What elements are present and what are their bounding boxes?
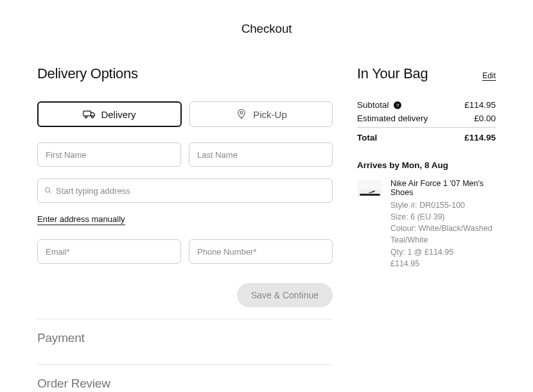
product-style: Style #: DR0155-100 — [390, 200, 496, 211]
first-name-field[interactable] — [37, 142, 181, 167]
pin-icon — [235, 108, 248, 120]
product-colour: Colour: White/Black/Washed Teal/White — [390, 223, 496, 246]
svg-point-3 — [240, 112, 243, 114]
email-field[interactable] — [37, 239, 181, 264]
info-icon[interactable]: ? — [394, 101, 401, 109]
bag-item: Nike Air Force 1 '07 Men's Shoes Style #… — [357, 179, 496, 269]
pickup-tab[interactable]: Pick-Up — [189, 101, 333, 127]
total-value: £114.95 — [464, 133, 496, 142]
pickup-tab-label: Pick-Up — [253, 109, 287, 120]
total-label: Total — [357, 133, 377, 142]
product-qty: Qty: 1 @ £114.95 — [390, 246, 496, 258]
edit-bag-link[interactable]: Edit — [482, 71, 496, 81]
enter-address-manually-link[interactable]: Enter address manually — [37, 214, 125, 225]
arrival-estimate: Arrives by Mon, 8 Aug — [357, 160, 496, 170]
delivery-tab-label: Delivery — [101, 109, 135, 120]
subtotal-row: Subtotal ? £114.95 — [357, 100, 496, 110]
last-name-field[interactable] — [189, 142, 333, 167]
page-title: Checkout — [0, 0, 533, 65]
delivery-options-heading: Delivery Options — [37, 65, 333, 82]
subtotal-label: Subtotal — [357, 100, 389, 110]
svg-point-4 — [46, 188, 50, 192]
payment-section-heading[interactable]: Payment — [37, 331, 333, 345]
product-price: £114.95 — [390, 258, 496, 269]
save-continue-button[interactable]: Save & Continue — [237, 283, 333, 307]
shipping-value: £0.00 — [474, 114, 496, 123]
address-search-input[interactable] — [37, 178, 333, 203]
product-name: Nike Air Force 1 '07 Men's Shoes — [390, 179, 496, 197]
delivery-tab[interactable]: Delivery — [37, 101, 182, 127]
product-thumbnail — [357, 180, 383, 197]
svg-rect-0 — [83, 111, 91, 116]
bag-heading: In Your Bag — [357, 65, 428, 82]
order-review-section-heading[interactable]: Order Review — [37, 377, 333, 391]
truck-icon — [83, 108, 96, 120]
svg-point-1 — [85, 116, 87, 118]
shipping-label: Estimated delivery — [357, 114, 428, 123]
total-row: Total £114.95 — [357, 127, 496, 142]
shipping-row: Estimated delivery £0.00 — [357, 114, 496, 123]
subtotal-value: £114.95 — [464, 100, 496, 110]
product-size: Size: 6 (EU 39) — [390, 211, 496, 223]
phone-field[interactable] — [189, 239, 333, 264]
search-icon — [44, 187, 52, 194]
svg-point-2 — [92, 116, 94, 118]
